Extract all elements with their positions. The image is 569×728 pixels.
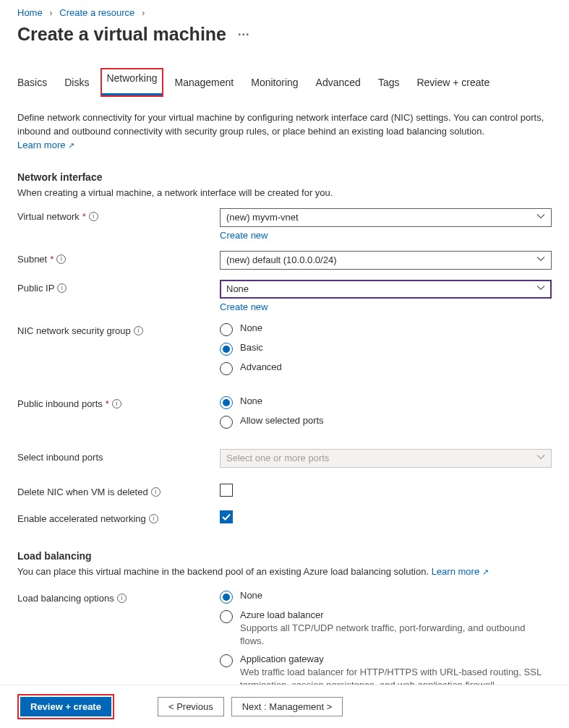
tab-disks[interactable]: Disks bbox=[64, 72, 89, 95]
virtual-network-label: Virtual network * i bbox=[17, 208, 220, 222]
breadcrumb-create-resource[interactable]: Create a resource bbox=[59, 7, 134, 18]
virtual-network-create-new-link[interactable]: Create new bbox=[220, 230, 268, 241]
delete-nic-label: Delete NIC when VM is deleted i bbox=[17, 484, 220, 497]
info-icon[interactable]: i bbox=[117, 594, 127, 603]
radio-icon bbox=[220, 591, 233, 604]
review-create-highlight: Review + create bbox=[17, 694, 114, 719]
subnet-select[interactable]: (new) default (10.0.0.0/24) bbox=[220, 251, 552, 270]
tab-advanced[interactable]: Advanced bbox=[316, 72, 361, 95]
inbound-radio-allow[interactable]: Allow selected ports bbox=[220, 415, 552, 429]
delete-nic-checkbox[interactable] bbox=[220, 484, 233, 497]
inbound-ports-label: Public inbound ports * i bbox=[17, 395, 220, 409]
breadcrumb-home[interactable]: Home bbox=[17, 7, 43, 18]
nsg-radio-basic[interactable]: Basic bbox=[220, 342, 552, 356]
tab-tags[interactable]: Tags bbox=[378, 72, 400, 95]
select-inbound-select: Select one or more ports bbox=[220, 449, 552, 468]
network-interface-desc: When creating a virtual machine, a netwo… bbox=[17, 187, 552, 198]
tab-networking[interactable]: Networking bbox=[100, 68, 163, 97]
public-ip-label: Public IP i bbox=[17, 280, 220, 294]
chevron-down-icon bbox=[536, 212, 545, 223]
page-title: Create a virtual machine ··· bbox=[17, 24, 552, 45]
lb-radio-alb[interactable]: Azure load balancer Supports all TCP/UDP… bbox=[220, 609, 552, 648]
lb-radio-none[interactable]: None bbox=[220, 590, 552, 604]
review-create-button[interactable]: Review + create bbox=[20, 697, 111, 716]
radio-icon bbox=[220, 610, 233, 623]
subnet-value: (new) default (10.0.0.0/24) bbox=[226, 254, 336, 265]
info-icon[interactable]: i bbox=[151, 487, 161, 497]
virtual-network-select[interactable]: (new) myvm-vnet bbox=[220, 208, 552, 227]
external-link-icon: ↗ bbox=[482, 568, 489, 576]
intro-learn-more-link[interactable]: Learn more ↗ bbox=[17, 140, 74, 150]
radio-desc: Supports all TCP/UDP network traffic, po… bbox=[240, 622, 552, 648]
intro-text: Define network connectivity for your vir… bbox=[17, 111, 552, 153]
chevron-down-icon bbox=[536, 453, 545, 463]
radio-label: None bbox=[240, 322, 262, 333]
nsg-label: NIC network security group i bbox=[17, 322, 220, 336]
accel-net-label: Enable accelerated networking i bbox=[17, 510, 220, 524]
chevron-down-icon bbox=[536, 254, 545, 265]
subnet-label: Subnet * i bbox=[17, 251, 220, 265]
page-title-text: Create a virtual machine bbox=[17, 24, 226, 45]
info-icon[interactable]: i bbox=[89, 212, 98, 221]
virtual-network-value: (new) myvm-vnet bbox=[226, 212, 299, 223]
radio-label: None bbox=[240, 590, 262, 601]
load-balancing-desc: You can place this virtual machine in th… bbox=[17, 566, 552, 577]
previous-button[interactable]: < Previous bbox=[158, 697, 224, 716]
radio-label: Application gateway bbox=[240, 654, 552, 664]
radio-icon bbox=[220, 343, 233, 356]
select-inbound-label: Select inbound ports bbox=[17, 449, 220, 463]
external-link-icon: ↗ bbox=[68, 141, 74, 150]
chevron-right-icon: › bbox=[49, 7, 52, 18]
info-icon[interactable]: i bbox=[134, 326, 143, 335]
info-icon[interactable]: i bbox=[112, 399, 121, 408]
info-icon[interactable]: i bbox=[149, 514, 158, 523]
radio-icon bbox=[220, 396, 233, 409]
radio-icon bbox=[220, 323, 233, 336]
next-button[interactable]: Next : Management > bbox=[231, 697, 343, 716]
tab-monitoring[interactable]: Monitoring bbox=[251, 72, 298, 95]
radio-label: Basic bbox=[240, 342, 263, 353]
public-ip-value: None bbox=[226, 283, 249, 294]
breadcrumb: Home › Create a resource › bbox=[17, 0, 552, 18]
lb-learn-more-link[interactable]: Learn more ↗ bbox=[432, 566, 489, 577]
select-inbound-placeholder: Select one or more ports bbox=[226, 453, 329, 463]
intro-paragraph: Define network connectivity for your vir… bbox=[17, 112, 544, 137]
more-menu-icon[interactable]: ··· bbox=[238, 28, 249, 41]
radio-icon bbox=[220, 362, 233, 375]
inbound-radio-none[interactable]: None bbox=[220, 395, 552, 409]
radio-label: Azure load balancer bbox=[240, 609, 552, 620]
chevron-right-icon: › bbox=[142, 7, 145, 18]
accel-net-checkbox[interactable] bbox=[220, 510, 233, 523]
tab-basics[interactable]: Basics bbox=[17, 72, 47, 95]
load-balancing-heading: Load balancing bbox=[17, 550, 552, 562]
lb-options-label: Load balancing options i bbox=[17, 590, 220, 604]
radio-icon bbox=[220, 416, 233, 429]
learn-more-label: Learn more bbox=[432, 566, 479, 577]
radio-label: None bbox=[240, 395, 262, 406]
radio-label: Allow selected ports bbox=[240, 415, 324, 426]
nsg-radio-none[interactable]: None bbox=[220, 322, 552, 336]
info-icon[interactable]: i bbox=[57, 283, 67, 293]
tab-management[interactable]: Management bbox=[175, 72, 234, 95]
checkmark-icon bbox=[221, 512, 231, 522]
chevron-down-icon bbox=[536, 283, 545, 294]
radio-label: Advanced bbox=[240, 361, 282, 372]
radio-icon bbox=[220, 654, 233, 667]
info-icon[interactable]: i bbox=[56, 254, 66, 264]
footer-actions: Review + create < Previous Next : Manage… bbox=[0, 685, 569, 728]
nsg-radio-advanced[interactable]: Advanced bbox=[220, 361, 552, 375]
network-interface-heading: Network interface bbox=[17, 171, 552, 183]
tabs: Basics Disks Networking Management Monit… bbox=[17, 72, 552, 95]
public-ip-create-new-link[interactable]: Create new bbox=[220, 301, 268, 312]
public-ip-select[interactable]: None bbox=[220, 280, 552, 299]
tab-review-create[interactable]: Review + create bbox=[416, 72, 489, 95]
learn-more-label: Learn more bbox=[17, 140, 65, 150]
